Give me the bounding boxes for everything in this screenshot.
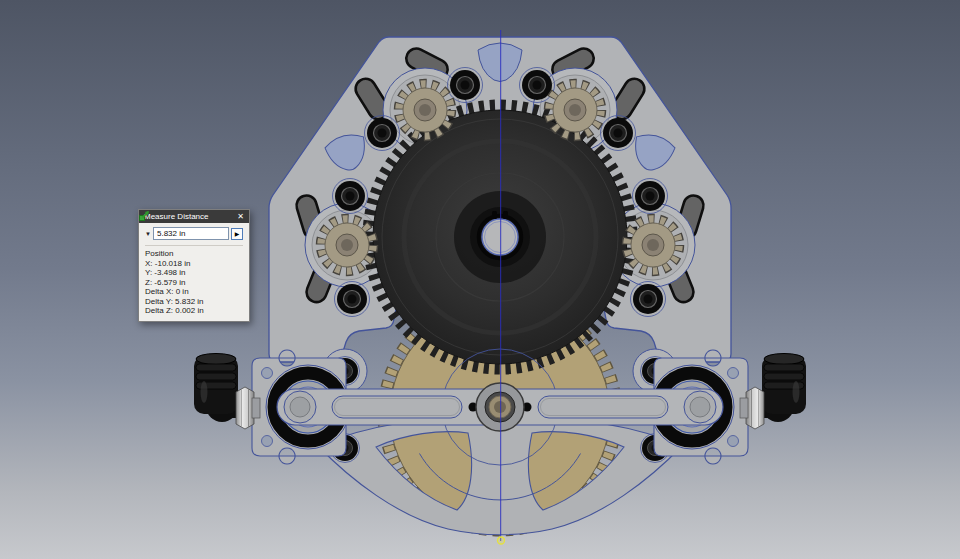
dialog-titlebar[interactable]: Measure Distance ✕ [139, 210, 249, 223]
close-icon[interactable]: ✕ [237, 213, 244, 221]
measure-distance-dialog: Measure Distance ✕ ▼ ▶ Position X: -10.0… [138, 209, 250, 322]
hex-nut-right [746, 387, 764, 429]
delta-x: Delta X: 0 in [145, 287, 243, 296]
linkage-arm[interactable] [277, 383, 723, 431]
delta-z: Delta Z: 0.002 in [145, 306, 243, 315]
position-section-label: Position [145, 249, 243, 259]
measure-select-icon [139, 210, 150, 221]
main-spur-gear[interactable] [368, 105, 632, 369]
inventor-viewport-background: Measure Distance ✕ ▼ ▶ Position X: -10.0… [0, 0, 960, 559]
elbow-fitting-left[interactable] [194, 354, 260, 430]
flyout-arrow-icon: ▶ [235, 231, 240, 237]
delta-y: Delta Y: 5.832 in [145, 297, 243, 306]
dialog-separator [145, 245, 243, 246]
measurement-value-input[interactable] [153, 227, 229, 240]
position-z: Z: -6.579 in [145, 278, 243, 287]
measure-mode-button[interactable]: ▼ [145, 231, 151, 237]
dropdown-caret-icon[interactable]: ▼ [145, 231, 151, 237]
position-x: X: -10.018 in [145, 259, 243, 268]
hex-nut-left [236, 387, 254, 429]
measure-point-marker[interactable] [498, 537, 505, 544]
center-shaft[interactable] [482, 219, 518, 255]
elbow-fitting-right[interactable] [740, 354, 806, 430]
position-y: Y: -3.498 in [145, 268, 243, 277]
dialog-title: Measure Distance [144, 212, 208, 221]
arm-center-hub[interactable] [476, 383, 524, 431]
flyout-arrow-button[interactable]: ▶ [231, 228, 243, 240]
